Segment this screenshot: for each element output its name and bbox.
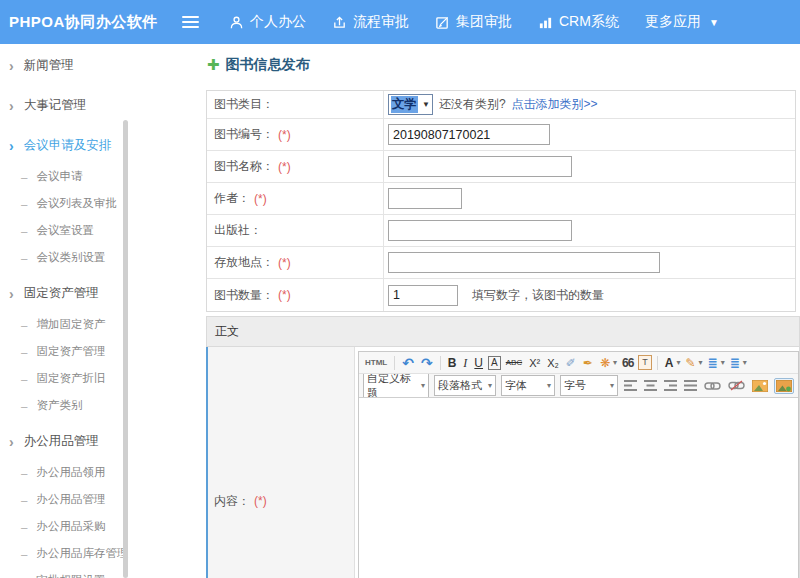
- topbar-item-personal-office[interactable]: 个人办公: [229, 13, 306, 31]
- eraser-button[interactable]: ✐: [564, 355, 578, 371]
- publisher-input[interactable]: [388, 220, 572, 241]
- sidebar-scrollbar[interactable]: [123, 120, 128, 578]
- category-select[interactable]: 文学 ▼: [388, 94, 433, 115]
- edit-square-icon: [435, 15, 450, 30]
- sidebar-item-asset-category[interactable]: – 资产类别: [0, 392, 200, 419]
- heading-select[interactable]: 自定义标题 ▾: [363, 374, 429, 398]
- heading-select-label: 自定义标题: [367, 374, 420, 398]
- format-paint-button[interactable]: ❋: [598, 355, 612, 371]
- sidebar-item-supplies-purchase[interactable]: – 办公用品采购: [0, 513, 200, 540]
- subscript-button[interactable]: X₂: [545, 355, 561, 371]
- sidebar-item-meeting-list[interactable]: – 会议列表及审批: [0, 190, 200, 217]
- caret-down-icon[interactable]: ▾: [699, 358, 703, 367]
- dash-icon: –: [21, 521, 27, 533]
- highlight-button[interactable]: ✎: [684, 355, 698, 371]
- topbar-item-group-approval[interactable]: 集团审批: [435, 13, 512, 31]
- dash-icon: –: [21, 252, 27, 264]
- sidebar-item-label: 会议类别设置: [36, 250, 105, 265]
- sidebar-group-fixed-assets[interactable]: › 固定资产管理: [0, 276, 200, 311]
- quantity-hint: 填写数字，该图书的数量: [472, 287, 604, 304]
- topbar-item-label: 集团审批: [456, 13, 512, 31]
- menu-icon[interactable]: [182, 16, 199, 29]
- location-input[interactable]: [388, 252, 660, 273]
- book-name-input[interactable]: [388, 156, 572, 177]
- required-mark: (*): [278, 288, 291, 302]
- image-icon[interactable]: [751, 379, 769, 393]
- sidebar-group-label: 新闻管理: [24, 57, 74, 74]
- strikethrough-button[interactable]: ABC: [504, 355, 524, 371]
- bar-chart-icon: [538, 15, 553, 30]
- sidebar-item-asset-depreciation[interactable]: – 固定资产折旧: [0, 365, 200, 392]
- align-center-icon[interactable]: [643, 379, 658, 392]
- undo-button[interactable]: ↶: [400, 355, 416, 371]
- field-label: 图书数量：: [214, 287, 274, 304]
- caret-down-icon[interactable]: ▾: [613, 358, 617, 367]
- sidebar-item-supplies-claim[interactable]: – 办公用品领用: [0, 459, 200, 486]
- form-row-book-name: 图书名称： (*): [207, 151, 795, 183]
- clear-format-button[interactable]: ✒: [581, 355, 595, 371]
- sidebar-item-label: 固定资产折旧: [36, 371, 105, 386]
- link-icon[interactable]: [703, 380, 722, 392]
- ordered-list-button[interactable]: ≣: [706, 355, 720, 371]
- editor-content[interactable]: [359, 398, 798, 578]
- sidebar-group-news[interactable]: › 新闻管理: [0, 48, 200, 83]
- justify-icon[interactable]: [683, 379, 698, 392]
- font-size-select[interactable]: 字号 ▾: [560, 375, 618, 396]
- topbar-item-more-apps[interactable]: 更多应用 ▼: [645, 13, 719, 31]
- sidebar-item-label: 会议申请: [36, 169, 82, 184]
- form-row-publisher: 出版社：: [207, 215, 795, 247]
- sidebar-item-meeting-category[interactable]: – 会议类别设置: [0, 244, 200, 271]
- topbar-item-workflow-approval[interactable]: 流程审批: [332, 13, 409, 31]
- sidebar-item-meeting-apply[interactable]: – 会议申请: [0, 163, 200, 190]
- dash-icon: –: [21, 198, 27, 210]
- field-label: 出版社：: [214, 222, 262, 239]
- field-label: 作者：: [214, 190, 250, 207]
- sidebar-item-approval-permission[interactable]: – 审批权限设置: [0, 567, 200, 578]
- paste-button[interactable]: T: [638, 355, 652, 370]
- body-section: 正文 内容：(*) HTML ↶ ↷ B I U: [206, 316, 800, 578]
- sidebar-group-office-supplies[interactable]: › 办公用品管理: [0, 424, 200, 459]
- unlink-icon[interactable]: [727, 379, 746, 392]
- dash-icon: –: [21, 467, 27, 479]
- author-input[interactable]: [388, 188, 462, 209]
- required-mark: (*): [254, 192, 267, 206]
- caret-down-icon[interactable]: ▾: [743, 358, 747, 367]
- book-number-input[interactable]: [388, 124, 550, 145]
- topbar: PHPOA协同办公软件 个人办公 流程审批 集团审批 CRM系统: [0, 0, 800, 44]
- sidebar-item-supplies-manage[interactable]: – 办公用品管理: [0, 486, 200, 513]
- align-right-icon[interactable]: [663, 379, 678, 392]
- add-category-link[interactable]: 点击添加类别>>: [512, 96, 598, 113]
- user-icon: [229, 15, 244, 30]
- superscript-button[interactable]: X²: [527, 355, 542, 371]
- underline-button[interactable]: U: [472, 355, 485, 371]
- dash-icon: –: [21, 494, 27, 506]
- font-color-button[interactable]: A: [663, 355, 676, 371]
- sidebar-item-add-asset[interactable]: – 增加固定资产: [0, 311, 200, 338]
- sidebar-item-label: 办公用品管理: [36, 492, 105, 507]
- paragraph-select[interactable]: 段落格式 ▾: [434, 375, 496, 396]
- chevron-right-icon: ›: [9, 141, 14, 151]
- insert-media-icon[interactable]: [774, 378, 794, 394]
- sidebar-group-memorabilia[interactable]: › 大事记管理: [0, 88, 200, 123]
- blockquote-button[interactable]: 66: [620, 355, 635, 371]
- quantity-input[interactable]: [388, 285, 458, 306]
- sidebar-item-supplies-inventory[interactable]: – 办公用品库存管理: [0, 540, 200, 567]
- unordered-list-button[interactable]: ≣: [728, 355, 742, 371]
- sidebar-item-meeting-room[interactable]: – 会议室设置: [0, 217, 200, 244]
- sidebar-item-asset-manage[interactable]: – 固定资产管理: [0, 338, 200, 365]
- caret-down-icon[interactable]: ▾: [677, 358, 681, 367]
- category-selected-value: 文学: [391, 96, 418, 113]
- font-border-button[interactable]: A: [488, 356, 501, 370]
- dash-icon: –: [21, 346, 27, 358]
- topbar-item-crm[interactable]: CRM系统: [538, 13, 619, 31]
- caret-down-icon[interactable]: ▾: [721, 358, 725, 367]
- topbar-item-label: 个人办公: [250, 13, 306, 31]
- redo-button[interactable]: ↷: [419, 355, 435, 371]
- sidebar-group-meeting[interactable]: › 会议申请及安排: [0, 128, 200, 163]
- italic-button[interactable]: I: [461, 355, 469, 371]
- bold-button[interactable]: B: [446, 355, 459, 371]
- html-source-button[interactable]: HTML: [363, 355, 389, 371]
- font-family-select[interactable]: 字体 ▾: [501, 375, 555, 396]
- dash-icon: –: [21, 575, 27, 578]
- align-left-icon[interactable]: [623, 379, 638, 392]
